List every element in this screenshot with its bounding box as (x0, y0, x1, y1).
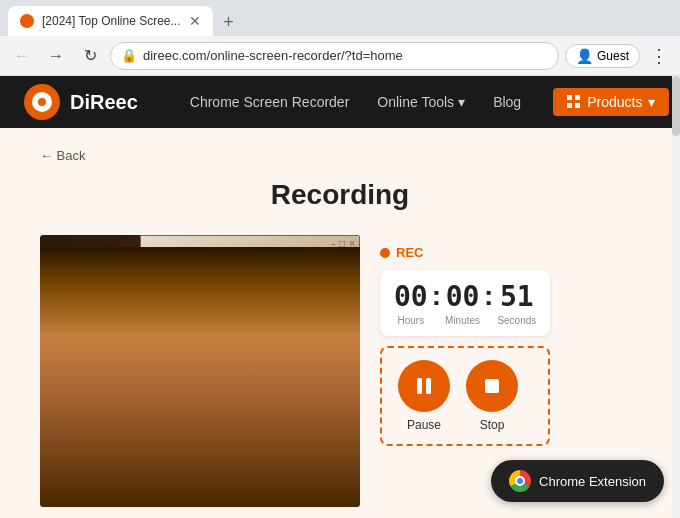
site-nav: DiReec Chrome Screen Recorder Online Too… (0, 76, 680, 128)
hours-value: 00 (394, 280, 428, 313)
video-preview: - □ × (40, 235, 360, 507)
site-logo[interactable]: DiReec (24, 84, 138, 120)
scrollbar-thumb[interactable] (672, 76, 680, 136)
pause-icon (413, 375, 435, 397)
chrome-logo-icon (509, 470, 531, 492)
page-content: DiReec Chrome Screen Recorder Online Too… (0, 76, 680, 518)
guest-button[interactable]: 👤 Guest (565, 44, 640, 68)
tab-bar: [2024] Top Online Scree... ✕ + (0, 0, 680, 36)
logo-icon (24, 84, 60, 120)
playback-buttons: Pause Stop (380, 346, 550, 446)
new-tab-button[interactable]: + (215, 8, 243, 36)
pause-control[interactable]: Pause (398, 360, 450, 432)
page-title: Recording (40, 179, 640, 211)
colon-separator-2: : (484, 280, 493, 326)
nav-online-tools[interactable]: Online Tools ▾ (377, 94, 465, 110)
recording-controls: REC 00 Hours : 00 Minutes : (380, 235, 550, 446)
forward-button[interactable]: → (42, 42, 70, 70)
video-container: - □ × (40, 235, 360, 507)
dropdown-arrow-icon: ▾ (458, 94, 465, 110)
nav-chrome-recorder[interactable]: Chrome Screen Recorder (190, 94, 350, 110)
stop-button[interactable] (466, 360, 518, 412)
pause-label: Pause (407, 418, 441, 432)
timer-display: 00 Hours : 00 Minutes : 51 Seconds (380, 270, 550, 336)
guest-label: Guest (597, 49, 629, 63)
back-button[interactable]: ← (8, 42, 36, 70)
active-tab[interactable]: [2024] Top Online Scree... ✕ (8, 6, 213, 36)
svg-rect-0 (417, 378, 422, 394)
video-face (40, 247, 360, 507)
chrome-ext-label: Chrome Extension (539, 474, 646, 489)
seconds-value: 51 (500, 280, 534, 313)
browser-toolbar: ← → ↻ 🔒 direec.com/online-screen-recorde… (0, 36, 680, 76)
minutes-unit: 00 Minutes (445, 280, 480, 326)
hours-unit: 00 Hours (394, 280, 428, 326)
tab-close-button[interactable]: ✕ (189, 13, 201, 29)
rec-indicator: REC (380, 245, 550, 260)
products-button[interactable]: Products ▾ (553, 88, 669, 116)
colon-separator-1: : (432, 280, 441, 326)
svg-rect-1 (426, 378, 431, 394)
hours-label: Hours (398, 315, 425, 326)
minutes-value: 00 (446, 280, 480, 313)
stop-icon (481, 375, 503, 397)
tab-favicon (20, 14, 34, 28)
products-arrow-icon: ▾ (648, 94, 655, 110)
nav-links: Chrome Screen Recorder Online Tools ▾ Bl… (190, 94, 521, 110)
stop-control[interactable]: Stop (466, 360, 518, 432)
refresh-button[interactable]: ↻ (76, 42, 104, 70)
logo-text: DiReec (70, 91, 138, 114)
pause-button[interactable] (398, 360, 450, 412)
url-text: direec.com/online-screen-recorder/?td=ho… (143, 48, 548, 63)
chrome-extension-button[interactable]: Chrome Extension (491, 460, 664, 502)
tab-title: [2024] Top Online Scree... (42, 14, 181, 28)
browser-menu-button[interactable]: ⋮ (646, 43, 672, 69)
seconds-label: Seconds (497, 315, 536, 326)
nav-blog[interactable]: Blog (493, 94, 521, 110)
scrollbar[interactable] (672, 76, 680, 518)
grid-icon (567, 95, 581, 109)
rec-label: REC (396, 245, 423, 260)
products-label: Products (587, 94, 642, 110)
browser-frame: [2024] Top Online Scree... ✕ + ← → ↻ 🔒 d… (0, 0, 680, 518)
back-link[interactable]: ← Back (40, 148, 640, 163)
seconds-unit: 51 Seconds (497, 280, 536, 326)
svg-rect-2 (485, 379, 499, 393)
rec-dot-icon (380, 248, 390, 258)
minutes-label: Minutes (445, 315, 480, 326)
address-bar[interactable]: 🔒 direec.com/online-screen-recorder/?td=… (110, 42, 559, 70)
stop-label: Stop (480, 418, 505, 432)
